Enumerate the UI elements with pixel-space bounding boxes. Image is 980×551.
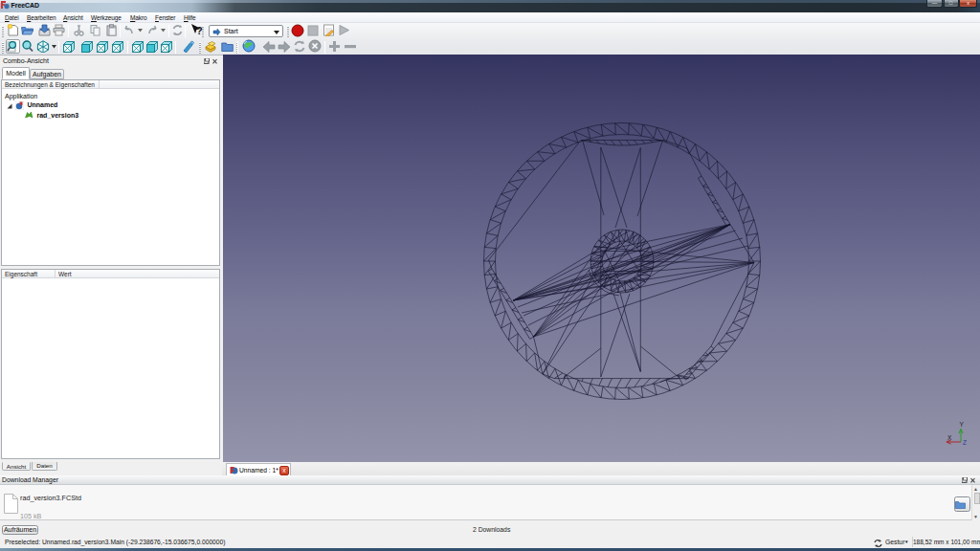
svg-text:?: ? — [196, 25, 203, 36]
svg-text:Y: Y — [960, 421, 965, 428]
svg-text:X: X — [947, 434, 952, 441]
svg-text:Z: Z — [963, 439, 967, 446]
